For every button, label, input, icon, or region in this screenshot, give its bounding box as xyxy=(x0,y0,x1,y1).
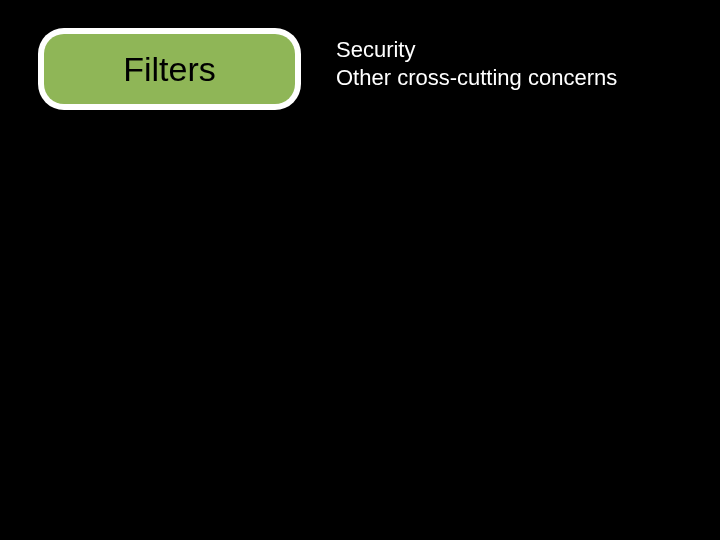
description-line-1: Security xyxy=(336,36,617,64)
filters-title: Filters xyxy=(123,50,216,89)
filters-badge-inner: Filters xyxy=(44,34,295,104)
description-line-2: Other cross-cutting concerns xyxy=(336,64,617,92)
description-block: Security Other cross-cutting concerns xyxy=(336,36,617,91)
filters-badge: Filters xyxy=(38,28,301,110)
